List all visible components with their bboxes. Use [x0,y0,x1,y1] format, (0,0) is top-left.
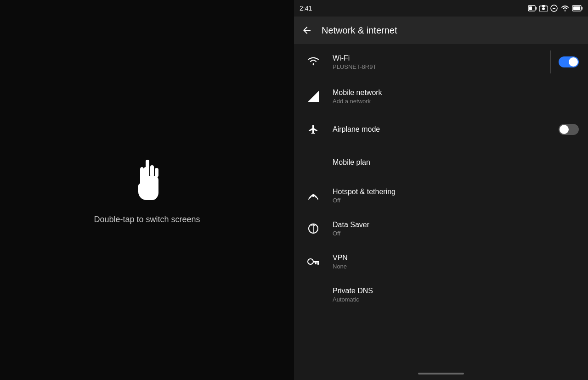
status-bar: 2:41 [294,0,588,17]
status-time: 2:41 [300,5,312,12]
wifi-icon [303,56,323,67]
svg-rect-6 [536,7,537,10]
wifi-status-icon [560,5,570,12]
status-icons [528,5,582,12]
airplane-toggle-knob [560,125,569,134]
mobile-network-text: Mobile network Add a network [333,89,579,105]
svg-rect-15 [573,6,580,10]
right-panel: 2:41 [294,0,588,380]
svg-rect-7 [529,6,532,10]
data-saver-title: Data Saver [333,221,579,229]
settings-list: Wi-Fi PLUSNET-8R9T Mobile network Add a … [294,44,588,367]
mobile-network-title: Mobile network [333,89,579,97]
data-saver-subtitle: Off [333,230,579,237]
svg-rect-21 [317,263,319,265]
battery-icon [528,5,537,11]
mobile-network-subtitle: Add a network [333,98,579,105]
hand-cursor-icon [131,167,163,204]
wifi-toggle-knob [569,57,578,67]
wifi-toggle[interactable] [559,56,579,67]
nav-indicator [418,373,464,374]
vpn-text: VPN None [333,254,579,270]
mobile-signal-icon [303,91,323,102]
hotspot-subtitle: Off [333,197,579,204]
airplane-text: Airplane mode [333,125,559,134]
data-saver-icon [303,223,323,235]
vpn-subtitle: None [333,263,579,270]
settings-item-hotspot[interactable]: Hotspot & tethering Off [294,179,588,212]
svg-rect-22 [315,263,317,264]
airplane-action [559,124,579,135]
svg-rect-10 [542,5,545,7]
mobile-plan-text: Mobile plan [333,158,579,167]
private-dns-text: Private DNS Automatic [333,287,579,303]
hotspot-text: Hotspot & tethering Off [333,188,579,204]
wifi-subtitle: PLUSNET-8R9T [333,63,543,70]
vpn-title: VPN [333,254,579,262]
svg-rect-20 [313,261,319,263]
wifi-text: Wi-Fi PLUSNET-8R9T [333,54,543,70]
hotspot-title: Hotspot & tethering [333,188,579,196]
wifi-action [543,50,579,73]
data-saver-text: Data Saver Off [333,221,579,237]
airplane-title: Airplane mode [333,125,559,134]
settings-item-data-saver[interactable]: Data Saver Off [294,212,588,245]
private-dns-title: Private DNS [333,287,579,295]
settings-item-airplane[interactable]: Airplane mode [294,113,588,146]
settings-item-mobile-network[interactable]: Mobile network Add a network [294,80,588,113]
page-title: Network & internet [322,25,397,36]
settings-item-vpn[interactable]: VPN None [294,245,588,278]
settings-item-private-dns[interactable]: Private DNS Automatic [294,278,588,311]
left-panel: Double-tap to switch screens [0,0,294,380]
private-dns-subtitle: Automatic [333,296,579,303]
vpn-key-icon [303,257,323,266]
wifi-divider [550,50,551,73]
screenshot-icon [539,5,548,11]
header-bar: Network & internet [294,17,588,44]
back-arrow-icon [301,25,312,36]
back-button[interactable] [301,25,312,36]
airplane-icon [303,124,323,135]
settings-item-mobile-plan[interactable]: Mobile plan [294,146,588,179]
svg-point-9 [542,7,545,10]
svg-point-19 [308,259,313,264]
settings-item-wifi[interactable]: Wi-Fi PLUSNET-8R9T [294,44,588,80]
hotspot-icon [303,189,323,202]
nav-bar [294,367,588,380]
dnd-icon [550,5,558,12]
svg-marker-16 [308,91,319,102]
airplane-toggle[interactable] [559,124,579,135]
double-tap-label: Double-tap to switch screens [94,215,200,224]
wifi-title: Wi-Fi [333,54,543,62]
mobile-plan-title: Mobile plan [333,158,579,167]
battery-full-icon [572,5,582,11]
svg-rect-14 [582,7,582,10]
